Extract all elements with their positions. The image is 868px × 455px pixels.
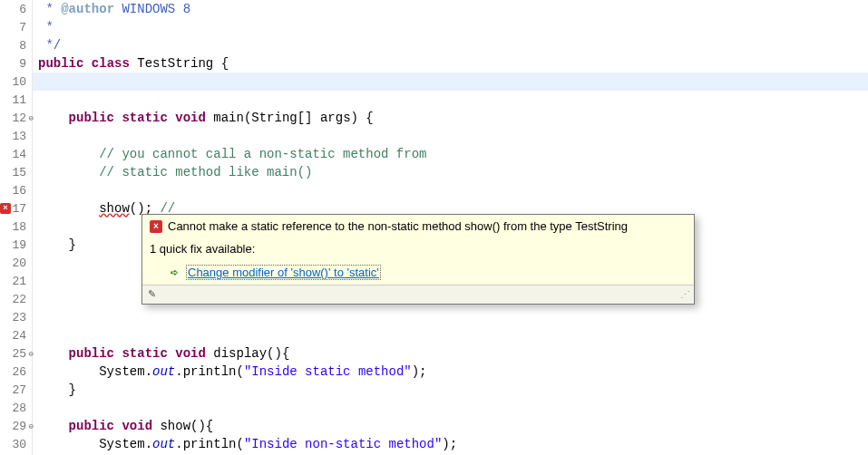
- gutter-row[interactable]: 30: [0, 435, 32, 453]
- line-number: 8: [19, 39, 26, 53]
- gutter-row[interactable]: 18: [0, 218, 32, 236]
- keyword: class: [92, 56, 130, 71]
- gutter-row[interactable]: 28: [0, 399, 32, 417]
- line-number: 19: [12, 238, 26, 252]
- code-line[interactable]: }: [33, 381, 868, 399]
- code-line[interactable]: // you cannot call a non-static method f…: [33, 145, 868, 163]
- gutter-row[interactable]: 26: [0, 363, 32, 381]
- code-area[interactable]: * @author WINDOWS 8 * */ public class Te…: [33, 0, 868, 455]
- gutter-row[interactable]: 24: [0, 326, 32, 344]
- tooltip-quickfix-header: 1 quick fix available:: [142, 237, 694, 260]
- line-number: 10: [12, 75, 26, 89]
- code-line[interactable]: [33, 181, 868, 199]
- gutter-row[interactable]: ×17: [0, 199, 32, 218]
- code-line-current[interactable]: [33, 73, 868, 91]
- line-number: 24: [12, 329, 26, 343]
- line-number: 23: [12, 311, 26, 324]
- error-marker-icon[interactable]: ×: [0, 203, 11, 214]
- gutter-row[interactable]: 20: [0, 254, 32, 272]
- keyword: void: [122, 419, 152, 433]
- code-editor[interactable]: 6789101112⊖13141516×171819202122232425⊖2…: [0, 0, 868, 455]
- gutter-row[interactable]: 16: [0, 181, 32, 199]
- quickfix-link[interactable]: Change modifier of 'show()' to 'static': [186, 265, 381, 280]
- code-line[interactable]: public class TestString {: [33, 54, 868, 73]
- brace: }: [69, 237, 76, 252]
- code-line[interactable]: public static void main(String[] args) {: [33, 109, 868, 127]
- keyword: public: [38, 56, 83, 71]
- code-line[interactable]: [33, 91, 868, 109]
- line-number: 21: [12, 275, 26, 288]
- tooltip-quickfix-row[interactable]: ➪ Change modifier of 'show()' to 'static…: [142, 260, 694, 285]
- gutter-row[interactable]: 27: [0, 381, 32, 399]
- method-name: main: [213, 111, 244, 125]
- javadoc-text: *: [38, 2, 61, 16]
- line-number: 18: [12, 220, 26, 234]
- keyword: static: [122, 111, 167, 125]
- code-line[interactable]: public static void display(){: [33, 344, 868, 363]
- line-number: 14: [12, 148, 26, 161]
- line-number: 17: [12, 202, 26, 216]
- error-call[interactable]: show: [99, 201, 130, 216]
- code-line[interactable]: [33, 326, 868, 344]
- string: "Inside non-static method": [244, 437, 442, 451]
- error-tooltip[interactable]: × Cannot make a static reference to the …: [141, 214, 695, 305]
- gutter-row[interactable]: 22: [0, 290, 32, 308]
- line-number: 20: [12, 257, 26, 270]
- gutter-row[interactable]: 9: [0, 54, 32, 73]
- gutter-row[interactable]: 19: [0, 236, 32, 254]
- class-name: TestString: [137, 56, 213, 71]
- line-number: 28: [12, 402, 26, 415]
- comment: // static method like main(): [99, 165, 312, 179]
- type: String[]: [251, 111, 320, 125]
- field: out: [152, 364, 175, 379]
- gutter-row[interactable]: 13: [0, 127, 32, 145]
- comment: // you cannot call a non-static method f…: [99, 147, 426, 161]
- line-number-gutter: 6789101112⊖13141516×171819202122232425⊖2…: [0, 0, 33, 455]
- gutter-row[interactable]: 25⊖: [0, 344, 32, 363]
- line-number: 22: [12, 293, 26, 306]
- code-line[interactable]: [33, 399, 868, 417]
- method-name: show: [160, 419, 190, 433]
- gutter-row[interactable]: 10: [0, 73, 32, 91]
- field: out: [152, 437, 175, 451]
- code-line[interactable]: */: [33, 36, 868, 54]
- line-number: 25: [12, 347, 26, 361]
- keyword: void: [175, 111, 206, 125]
- gutter-row[interactable]: 11: [0, 91, 32, 109]
- param: args: [320, 111, 351, 125]
- line-number: 11: [12, 93, 26, 107]
- gutter-row[interactable]: 23: [0, 308, 32, 326]
- javadoc-text: *: [38, 20, 54, 34]
- brace: }: [69, 382, 76, 397]
- gutter-row[interactable]: 6: [0, 0, 32, 18]
- gutter-row[interactable]: 21: [0, 272, 32, 290]
- annotation-icon[interactable]: ✎: [148, 288, 161, 301]
- code-line[interactable]: * @author WINDOWS 8: [33, 0, 868, 18]
- code-line[interactable]: [33, 127, 868, 145]
- javadoc-text: */: [38, 38, 61, 53]
- javadoc-tag: @author: [61, 2, 114, 16]
- code-line[interactable]: System.out.println("Inside static method…: [33, 363, 868, 381]
- code-line[interactable]: public void show(){: [33, 417, 868, 435]
- resize-grip-icon[interactable]: ⋰: [680, 289, 688, 301]
- keyword: void: [175, 346, 206, 361]
- gutter-row[interactable]: 12⊖: [0, 109, 32, 127]
- error-icon: ×: [150, 220, 162, 233]
- keyword: public: [69, 419, 114, 433]
- line-number: 6: [19, 3, 26, 16]
- code-line[interactable]: *: [33, 18, 868, 36]
- line-number: 9: [19, 57, 26, 71]
- gutter-row[interactable]: 29⊖: [0, 417, 32, 435]
- keyword: public: [69, 111, 114, 125]
- string: "Inside static method": [244, 364, 412, 379]
- gutter-row[interactable]: 7: [0, 18, 32, 36]
- gutter-row[interactable]: 8: [0, 36, 32, 54]
- line-number: 15: [12, 166, 26, 179]
- code-line[interactable]: [33, 308, 868, 326]
- line-number: 29: [12, 420, 26, 433]
- code-line[interactable]: System.out.println("Inside non-static me…: [33, 435, 868, 453]
- gutter-row[interactable]: 15: [0, 163, 32, 181]
- gutter-row[interactable]: 14: [0, 145, 32, 163]
- code-line[interactable]: // static method like main(): [33, 163, 868, 181]
- line-number: 30: [12, 438, 26, 451]
